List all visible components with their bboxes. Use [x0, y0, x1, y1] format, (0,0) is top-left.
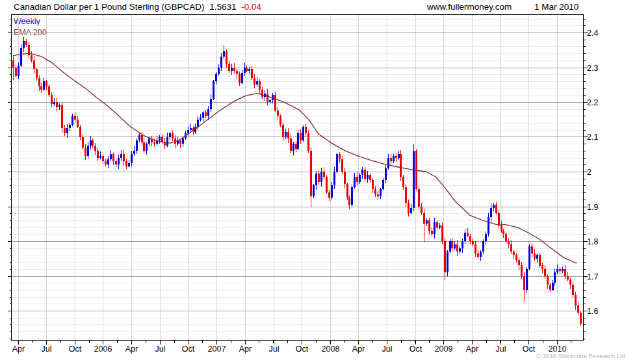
svg-text:2008: 2008 — [322, 344, 340, 354]
svg-text:1.6: 1.6 — [587, 307, 598, 316]
svg-text:Apr: Apr — [125, 344, 138, 354]
svg-text:Apr: Apr — [352, 344, 365, 354]
svg-text:2.3: 2.3 — [587, 64, 598, 73]
svg-text:Jul: Jul — [42, 344, 52, 354]
svg-text:© 2010 Stockcube Research Ltd: © 2010 Stockcube Research Ltd — [536, 352, 625, 359]
svg-text:Oct: Oct — [296, 344, 309, 354]
svg-text:Jul: Jul — [155, 344, 166, 354]
chart-window: { "header": { "title": "Canadian Dollar … — [0, 0, 637, 364]
svg-text:2007: 2007 — [208, 344, 226, 354]
svg-text:2.2: 2.2 — [587, 98, 598, 107]
svg-text:1.8: 1.8 — [587, 237, 598, 246]
svg-text:2.4: 2.4 — [587, 29, 598, 38]
svg-text:Oct: Oct — [182, 344, 195, 354]
svg-text:2: 2 — [587, 168, 592, 177]
svg-text:Jul: Jul — [382, 344, 393, 354]
svg-text:Oct: Oct — [410, 344, 422, 354]
svg-text:1.7: 1.7 — [587, 272, 598, 281]
svg-text:Apr: Apr — [239, 344, 252, 354]
price-chart-canvas: 2.42.32.22.121.91.81.71.6AprJulOct2006Ap… — [0, 0, 637, 364]
svg-text:Apr: Apr — [466, 344, 478, 354]
grid-and-axes: 2.42.32.22.121.91.81.71.6AprJulOct2006Ap… — [8, 15, 626, 360]
svg-text:1.9: 1.9 — [587, 203, 598, 212]
svg-text:2006: 2006 — [94, 344, 112, 354]
svg-text:Jul: Jul — [496, 344, 506, 354]
svg-text:Oct: Oct — [69, 344, 82, 354]
svg-text:2009: 2009 — [435, 344, 453, 354]
svg-text:2.1: 2.1 — [587, 133, 598, 142]
svg-text:Oct: Oct — [523, 344, 536, 354]
svg-text:Apr: Apr — [12, 344, 25, 354]
svg-text:Jul: Jul — [269, 344, 280, 354]
